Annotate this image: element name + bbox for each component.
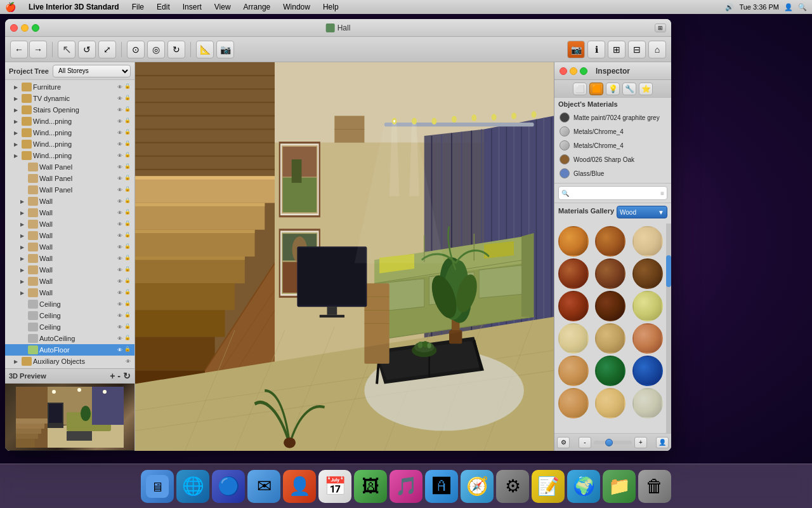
menubar-user-icon[interactable]: 👤 [784,3,793,11]
toolbar-refresh[interactable]: ↻ [167,41,185,58]
tree-lock-icon[interactable]: 🔒 [124,95,132,102]
tree-visibility-icon[interactable]: 👁 [116,186,124,194]
tree-item-wall7[interactable]: ▶ Wall 👁 🔒 [5,264,134,276]
menubar-appname[interactable]: Live Interior 3D Standard [26,3,122,11]
swatch-wood18[interactable] [632,388,663,418]
tree-item-ceiling3[interactable]: Ceiling 👁 🔒 [5,321,134,333]
menubar-edit[interactable]: Edit [154,3,173,11]
tree-visibility-icon[interactable]: 👁 [116,243,124,251]
dock-migration[interactable]: 📁 [603,470,636,503]
inspector-zoom-in[interactable]: + [634,437,647,448]
toolbar-forward[interactable]: → [29,41,47,58]
view-split[interactable]: ⊟ [628,41,646,58]
toolbar-back[interactable]: ← [10,41,28,58]
tree-visibility-icon[interactable]: 👁 [116,232,124,239]
dock-photos[interactable]: 🖼 [354,470,387,503]
dock-network[interactable]: 🌐 [176,470,209,503]
tree-item-wallpanel2[interactable]: Wall Panel 👁 🔒 [5,173,134,184]
inspector-tab-room[interactable]: ⬜ [573,83,587,95]
menubar-file[interactable]: File [129,3,147,11]
tree-visibility-icon[interactable]: 👁 [116,106,124,114]
close-button[interactable] [10,24,18,32]
camera-icon[interactable]: 📷 [567,41,585,58]
tree-item-wall2[interactable]: ▶ Wall 👁 🔒 [5,207,134,218]
swatch-wood2[interactable] [595,226,625,257]
menubar-help[interactable]: Help [320,3,341,11]
tree-item-wall6[interactable]: ▶ Wall 👁 🔒 [5,253,134,264]
tree-item-ceiling1[interactable]: Ceiling 👁 🔒 [5,298,134,310]
tree-visibility-icon[interactable]: 👁 [116,175,124,182]
tree-visibility-icon[interactable]: 👁 [116,289,124,297]
tree-visibility-icon[interactable]: 👁 [116,255,124,262]
tree-lock-icon[interactable]: 🔒 [124,152,132,159]
swatch-wood17[interactable] [595,388,625,418]
tree-lock-icon[interactable]: 🔒 [124,243,132,251]
toolbar-camera[interactable]: 📷 [216,41,234,58]
tree-item-auxiliary[interactable]: ▶ Auxiliary Objects 👁 [5,356,134,367]
tree-lock-icon[interactable]: 🔒 [124,106,132,114]
toolbar-measure[interactable]: 📐 [196,41,214,58]
tree-visibility-icon[interactable]: 👁 [116,266,124,274]
tree-lock-icon[interactable]: 🔒 [124,289,132,297]
tree-item-autoceiling[interactable]: AutoCeiling 👁 🔒 [5,333,134,344]
tree-visibility-icon[interactable]: 👁 [124,358,132,365]
tree-visibility-icon[interactable]: 👁 [116,129,124,137]
tree-item-wind1[interactable]: ▶ Wind...pning 👁 🔒 [5,116,134,127]
tree-item-furniture[interactable]: ▶ Furniture 👁 🔒 [5,81,134,93]
tree-lock-icon[interactable]: 🔒 [124,186,132,194]
tree-lock-icon[interactable]: 🔒 [124,163,132,171]
apple-menu[interactable]: 🍎 [5,2,16,12]
dock-worldclock[interactable]: 🌍 [567,470,600,503]
tree-visibility-icon[interactable]: 👁 [116,83,124,91]
swatch-wood6[interactable] [632,258,663,289]
tree-visibility-icon[interactable]: 👁 [116,312,124,319]
tree-visibility-icon[interactable]: 👁 [116,117,124,125]
tree-lock-icon[interactable]: 🔒 [124,312,132,319]
tree-visibility-icon[interactable]: 👁 [116,95,124,102]
swatch-wood16[interactable] [558,388,589,418]
window-btn-1[interactable]: ⊞ [655,23,666,32]
menubar-window[interactable]: Window [280,3,313,11]
tree-lock-icon[interactable]: 🔒 [124,83,132,91]
menubar-insert[interactable]: Insert [180,3,204,11]
tree-lock-icon[interactable]: 🔒 [124,255,132,262]
dock-calendar[interactable]: 📅 [318,470,351,503]
tree-item-wind3[interactable]: ▶ Wind...pning 👁 🔒 [5,138,134,150]
dock-stickies[interactable]: 📝 [532,470,565,503]
swatch-wood7[interactable] [558,291,589,321]
tree-visibility-icon[interactable]: 👁 [116,335,124,342]
dock-itunes[interactable]: 🎵 [390,470,422,503]
dock-appstore[interactable]: 🅰 [425,470,458,503]
view-single[interactable]: ⊞ [608,41,625,58]
material-item-wood[interactable]: Wood/026 Sharp Oak [558,152,667,166]
menubar-volume-icon[interactable]: 🔊 [725,3,734,11]
inspector-tab-lighting[interactable]: 💡 [606,83,620,95]
tree-lock-icon[interactable]: 🔒 [124,129,132,137]
inspector-settings-button[interactable]: ⚙ [557,437,570,448]
tree-item-wind4[interactable]: ▶ Wind...pning 👁 🔒 [5,150,134,161]
toolbar-select[interactable]: ↖ [58,41,75,58]
tree-item-wall5[interactable]: ▶ Wall 👁 🔒 [5,241,134,253]
tree-visibility-icon[interactable]: 👁 [116,300,124,308]
swatch-wood8[interactable] [595,291,625,321]
swatch-wood4[interactable] [558,258,589,289]
tree-item-wallpanel1[interactable]: Wall Panel 👁 🔒 [5,161,134,173]
tree-lock-icon[interactable]: 🔒 [124,323,132,331]
tree-item-autofloor[interactable]: AutoFloor 👁 🔒 [5,344,134,356]
options-icon[interactable]: ≡ [660,190,664,197]
dock-contacts[interactable]: 👤 [283,470,316,503]
dock-safari[interactable]: 🧭 [461,470,494,503]
swatches-scrollbar-thumb[interactable] [666,255,671,287]
material-item-chrome1[interactable]: Metals/Chrome_4 [558,124,667,138]
inspector-maximize-button[interactable] [580,67,587,75]
material-item-glass[interactable]: Glass/Blue [558,166,667,180]
tree-lock-icon[interactable]: 🔒 [124,346,132,354]
tree-item-ceiling2[interactable]: Ceiling 👁 🔒 [5,310,134,321]
material-item-graphite[interactable]: Matte paint/7024 graphite grey [558,110,667,124]
tree-item-wallpanel3[interactable]: Wall Panel 👁 🔒 [5,184,134,196]
tree-visibility-icon[interactable]: 👁 [116,209,124,217]
swatch-wood14[interactable] [595,356,625,386]
inspector-tab-extra[interactable]: ⭐ [639,83,653,95]
inspector-user-button[interactable]: 👤 [656,437,669,448]
tree-item-wall4[interactable]: ▶ Wall 👁 🔒 [5,230,134,241]
